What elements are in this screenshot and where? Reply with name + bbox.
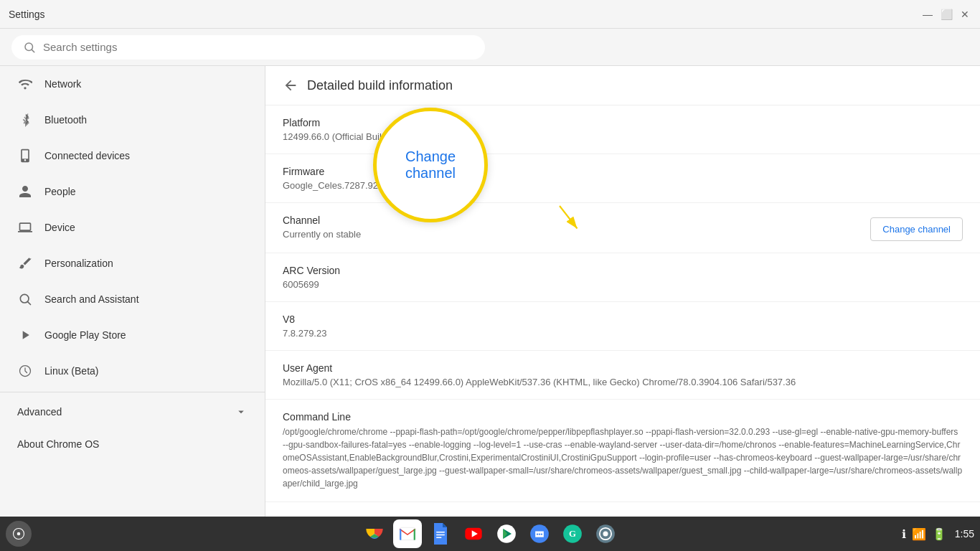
minimize-button[interactable]: — bbox=[921, 8, 934, 21]
svg-line-1 bbox=[32, 50, 34, 52]
command-line-label: Command Line bbox=[283, 411, 351, 423]
info-row-user-agent: User Agent Mozilla/5.0 (X11; CrOS x86_64… bbox=[265, 351, 980, 400]
search-input[interactable] bbox=[43, 41, 473, 53]
arc-label: ARC Version bbox=[283, 265, 340, 276]
svg-rect-12 bbox=[400, 529, 401, 540]
taskbar-app-docs[interactable] bbox=[426, 519, 455, 548]
sidebar-item-bluetooth[interactable]: Bluetooth bbox=[0, 102, 265, 138]
taskbar-app-grammarly[interactable]: G bbox=[558, 519, 587, 548]
taskbar-right: ℹ 📶 🔋 1:55 bbox=[902, 527, 974, 541]
info-icon: ℹ bbox=[902, 527, 906, 541]
sidebar-label-search-assistant: Search and Assistant bbox=[44, 293, 139, 305]
info-row-v8: V8 7.8.279.23 bbox=[265, 302, 980, 351]
info-row-arc: ARC Version 6005699 bbox=[265, 253, 980, 302]
sidebar-label-about: About Chrome OS bbox=[17, 438, 99, 450]
svg-rect-15 bbox=[436, 534, 445, 536]
svg-rect-14 bbox=[436, 532, 445, 533]
close-button[interactable]: ✕ bbox=[958, 8, 971, 21]
platform-label: Platform bbox=[283, 117, 413, 128]
sidebar-label-google-play: Google Play Store bbox=[44, 329, 126, 341]
v8-label: V8 bbox=[283, 314, 326, 325]
back-button[interactable] bbox=[283, 77, 298, 93]
svg-point-9 bbox=[17, 532, 21, 536]
content-header: Detailed build information bbox=[265, 66, 980, 105]
taskbar-app-youtube[interactable] bbox=[459, 519, 488, 548]
v8-value: 7.8.279.23 bbox=[283, 328, 326, 339]
sidebar-item-google-play[interactable]: Google Play Store bbox=[0, 317, 265, 353]
search-icon bbox=[23, 41, 36, 54]
sidebar-item-linux[interactable]: Linux (Beta) bbox=[0, 353, 265, 389]
sidebar-divider bbox=[0, 392, 265, 392]
window-controls: — ⬜ ✕ bbox=[921, 8, 971, 21]
sidebar-label-device: Device bbox=[44, 222, 75, 233]
user-agent-label: User Agent bbox=[283, 362, 796, 374]
search-wrapper[interactable] bbox=[11, 35, 485, 60]
launcher-button[interactable] bbox=[6, 521, 32, 547]
sidebar-label-linux: Linux (Beta) bbox=[44, 365, 98, 377]
taskbar-left bbox=[6, 521, 32, 547]
sidebar: Network Bluetooth Connected devices bbox=[0, 66, 265, 517]
window-title: Settings bbox=[9, 9, 45, 20]
sidebar-label-connected-devices: Connected devices bbox=[44, 150, 130, 161]
info-row-firmware: Firmware Google_Celes.7287.92.164 bbox=[265, 154, 980, 203]
chevron-down-icon bbox=[235, 405, 248, 418]
content-area: Detailed build information Platform 1249… bbox=[265, 66, 980, 517]
channel-value: Currently on stable bbox=[283, 229, 361, 240]
svg-rect-13 bbox=[414, 529, 415, 540]
taskbar-app-gmail[interactable] bbox=[393, 519, 422, 548]
taskbar-app-messages[interactable] bbox=[525, 519, 554, 548]
brush-icon bbox=[17, 255, 33, 271]
taskbar-app-settings[interactable] bbox=[591, 519, 620, 548]
svg-point-22 bbox=[537, 533, 538, 534]
wifi-status-icon: 📶 bbox=[912, 527, 926, 541]
taskbar-app-chrome[interactable] bbox=[360, 519, 389, 548]
bluetooth-icon bbox=[17, 112, 33, 128]
sidebar-item-about[interactable]: About Chrome OS bbox=[0, 428, 265, 460]
user-agent-value: Mozilla/5.0 (X11; CrOS x86_64 12499.66.0… bbox=[283, 377, 796, 387]
sidebar-item-device[interactable]: Device bbox=[0, 209, 265, 245]
sidebar-item-advanced[interactable]: Advanced bbox=[0, 395, 265, 428]
sidebar-item-search-assistant[interactable]: Search and Assistant bbox=[0, 281, 265, 317]
content-title: Detailed build information bbox=[307, 78, 453, 93]
info-row-platform: Platform 12499.66.0 (Official Build) sta… bbox=[265, 105, 980, 154]
channel-label: Channel bbox=[283, 215, 361, 226]
sidebar-item-personalization[interactable]: Personalization bbox=[0, 245, 265, 281]
svg-point-2 bbox=[24, 87, 26, 89]
search-settings-icon bbox=[17, 291, 33, 307]
arc-value: 6005699 bbox=[283, 279, 340, 290]
svg-point-28 bbox=[603, 532, 608, 537]
sidebar-label-people: People bbox=[44, 186, 76, 197]
sidebar-label-bluetooth: Bluetooth bbox=[44, 114, 87, 126]
wifi-icon bbox=[17, 76, 33, 92]
info-row-command-line: Command Line /opt/google/chrome/chrome -… bbox=[265, 400, 980, 502]
taskbar-apps: G bbox=[360, 519, 620, 548]
sidebar-label-advanced: Advanced bbox=[17, 406, 62, 418]
main-layout: Network Bluetooth Connected devices bbox=[0, 66, 980, 517]
info-row-channel: Channel Currently on stable Change chann… bbox=[265, 203, 980, 253]
linux-icon bbox=[17, 363, 33, 379]
taskbar-app-play[interactable] bbox=[492, 519, 521, 548]
maximize-button[interactable]: ⬜ bbox=[940, 8, 953, 21]
firmware-label: Firmware bbox=[283, 166, 396, 177]
svg-point-23 bbox=[539, 533, 540, 534]
sidebar-item-people[interactable]: People bbox=[0, 174, 265, 209]
command-line-value: /opt/google/chrome/chrome --ppapi-flash-… bbox=[283, 425, 963, 490]
platform-value: 12499.66.0 (Official Build) sta... bbox=[283, 131, 413, 142]
taskbar: G ℹ 📶 🔋 1:55 bbox=[0, 517, 980, 551]
sidebar-label-personalization: Personalization bbox=[44, 258, 113, 269]
svg-rect-16 bbox=[436, 537, 442, 539]
play-icon bbox=[17, 327, 33, 343]
svg-line-4 bbox=[27, 301, 30, 304]
laptop-icon bbox=[17, 220, 33, 235]
clock: 1:55 bbox=[955, 528, 974, 540]
title-bar: Settings — ⬜ ✕ bbox=[0, 0, 980, 29]
search-bar bbox=[0, 29, 980, 66]
firmware-value: Google_Celes.7287.92.164 bbox=[283, 180, 396, 191]
svg-point-24 bbox=[541, 533, 542, 534]
sidebar-item-connected-devices[interactable]: Connected devices bbox=[0, 138, 265, 174]
sidebar-item-network[interactable]: Network bbox=[0, 66, 265, 102]
change-channel-button[interactable]: Change channel bbox=[870, 217, 963, 241]
person-icon bbox=[17, 184, 33, 199]
advanced-left: Advanced bbox=[17, 406, 62, 418]
svg-text:G: G bbox=[569, 529, 576, 539]
